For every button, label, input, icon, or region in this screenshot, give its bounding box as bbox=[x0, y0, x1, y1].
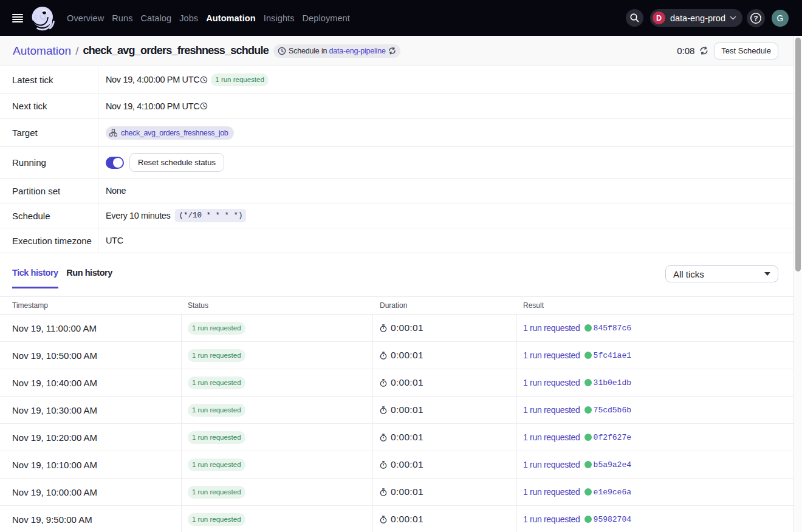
svg-text:?: ? bbox=[753, 15, 758, 22]
